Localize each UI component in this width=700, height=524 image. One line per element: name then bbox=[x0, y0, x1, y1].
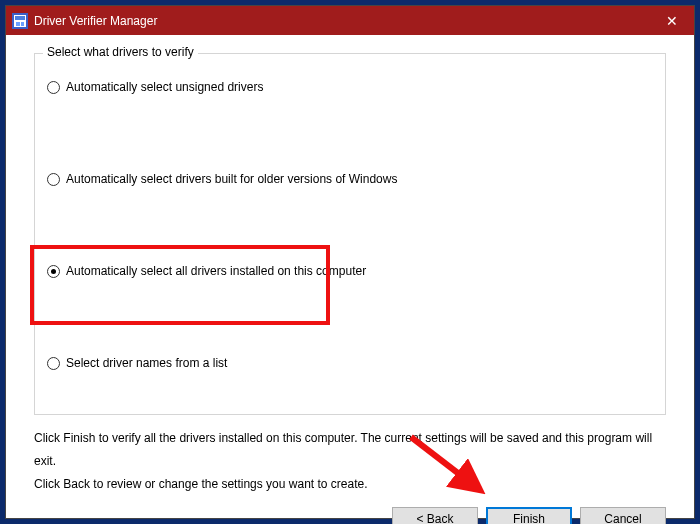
radio-label: Automatically select all drivers install… bbox=[66, 264, 366, 278]
svg-rect-2 bbox=[15, 16, 25, 20]
group-legend: Select what drivers to verify bbox=[43, 45, 198, 59]
radio-icon bbox=[47, 81, 60, 94]
dialog-button-row: < Back Finish Cancel bbox=[6, 495, 694, 524]
close-button[interactable]: ✕ bbox=[649, 6, 694, 35]
finish-button[interactable]: Finish bbox=[486, 507, 572, 524]
app-icon bbox=[12, 13, 28, 29]
radio-label: Automatically select drivers built for o… bbox=[66, 172, 397, 186]
svg-rect-3 bbox=[16, 22, 20, 26]
dialog-window: Driver Verifier Manager ✕ Select what dr… bbox=[5, 5, 695, 519]
annotation-highlight-box bbox=[30, 245, 330, 325]
radio-icon bbox=[47, 173, 60, 186]
instruction-text: Click Finish to verify all the drivers i… bbox=[34, 427, 666, 495]
close-icon: ✕ bbox=[666, 14, 678, 28]
radio-icon bbox=[47, 357, 60, 370]
radio-label: Select driver names from a list bbox=[66, 356, 227, 370]
back-button[interactable]: < Back bbox=[392, 507, 478, 524]
cancel-button[interactable]: Cancel bbox=[580, 507, 666, 524]
window-title: Driver Verifier Manager bbox=[34, 14, 649, 28]
radio-older-windows-drivers[interactable]: Automatically select drivers built for o… bbox=[45, 172, 655, 186]
radio-unsigned-drivers[interactable]: Automatically select unsigned drivers bbox=[45, 80, 655, 94]
driver-select-group: Select what drivers to verify Automatica… bbox=[34, 53, 666, 415]
dialog-content: Select what drivers to verify Automatica… bbox=[6, 35, 694, 495]
svg-rect-4 bbox=[21, 22, 24, 26]
radio-select-from-list[interactable]: Select driver names from a list bbox=[45, 356, 655, 370]
instruction-line-2: Click Back to review or change the setti… bbox=[34, 473, 666, 496]
radio-label: Automatically select unsigned drivers bbox=[66, 80, 263, 94]
titlebar: Driver Verifier Manager ✕ bbox=[6, 6, 694, 35]
radio-icon bbox=[47, 265, 60, 278]
radio-all-installed-drivers[interactable]: Automatically select all drivers install… bbox=[45, 264, 655, 278]
instruction-line-1: Click Finish to verify all the drivers i… bbox=[34, 427, 666, 473]
